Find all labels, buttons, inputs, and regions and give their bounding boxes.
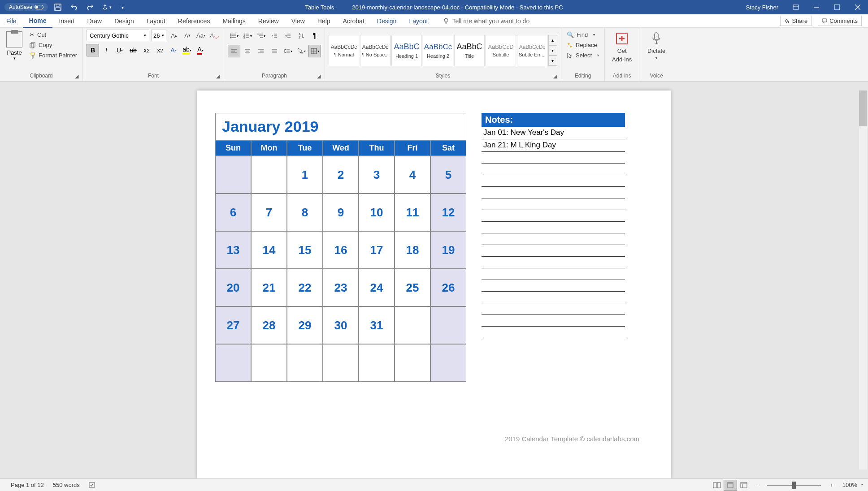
calendar-cell[interactable] — [215, 344, 251, 382]
day-header-sun[interactable]: Sun — [215, 140, 251, 156]
cut-button[interactable]: ✂Cut — [28, 30, 79, 39]
tab-references[interactable]: References — [172, 14, 217, 28]
text-effects-button[interactable]: A▾ — [167, 44, 180, 56]
calendar-cell[interactable] — [287, 344, 323, 382]
calendar-cell[interactable] — [251, 156, 287, 194]
style-title[interactable]: AaBbCTitle — [454, 35, 485, 66]
strikethrough-button[interactable]: ab — [127, 44, 139, 56]
tell-me-search[interactable]: Tell me what you want to do — [443, 17, 780, 25]
calendar-cell[interactable]: 3 — [359, 156, 395, 194]
dictate-button[interactable]: Dictate ▾ — [643, 30, 670, 71]
calendar-cell[interactable]: 1 — [287, 156, 323, 194]
notes-blank-line[interactable] — [482, 152, 625, 164]
tab-layout[interactable]: Layout — [140, 14, 172, 28]
tab-table-design[interactable]: Design — [371, 14, 403, 28]
spell-check-icon[interactable] — [84, 482, 100, 489]
calendar-cell[interactable]: 9 — [323, 194, 359, 231]
calendar-cell[interactable]: 22 — [287, 269, 323, 306]
page-status[interactable]: Page 1 of 12 — [6, 482, 48, 488]
change-case-button[interactable]: Aa▾ — [195, 30, 207, 41]
italic-button[interactable]: I — [100, 44, 113, 56]
notes-blank-line[interactable] — [482, 257, 625, 268]
page[interactable]: January 2019 SunMonTueWedThuFriSat 12345… — [197, 90, 671, 478]
line-spacing-button[interactable]: ▾ — [282, 45, 294, 57]
shading-button[interactable]: ▾ — [295, 45, 308, 57]
tab-view[interactable]: View — [285, 14, 311, 28]
decrease-indent-button[interactable] — [268, 30, 281, 42]
save-icon[interactable] — [52, 1, 64, 13]
show-marks-button[interactable]: ¶ — [308, 30, 321, 42]
calendar-cell[interactable]: 31 — [359, 306, 395, 344]
paste-button[interactable]: Paste ▾ — [4, 30, 25, 71]
format-painter-button[interactable]: Format Painter — [28, 51, 79, 60]
tab-review[interactable]: Review — [252, 14, 285, 28]
calendar-cell[interactable] — [359, 344, 395, 382]
bullets-button[interactable]: ▾ — [228, 30, 240, 42]
calendar-cell[interactable]: 13 — [215, 231, 251, 269]
calendar-cell[interactable] — [430, 344, 466, 382]
notes-blank-line[interactable] — [482, 315, 625, 327]
notes-panel[interactable]: Notes: Jan 01: New Year's DayJan 21: M L… — [482, 113, 625, 382]
day-header-tue[interactable]: Tue — [287, 140, 323, 156]
calendar-cell[interactable]: 24 — [359, 269, 395, 306]
style-subtitle[interactable]: AaBbCcDSubtitle — [486, 35, 516, 66]
font-name-combo[interactable]: Century Gothic▾ — [87, 30, 149, 41]
calendar-cell[interactable]: 12 — [430, 194, 466, 231]
read-mode-button[interactable] — [710, 480, 724, 491]
font-size-combo[interactable]: 26▾ — [151, 30, 166, 41]
calendar-cell[interactable]: 16 — [323, 231, 359, 269]
notes-entry[interactable]: Jan 21: M L King Day — [482, 139, 625, 152]
paragraph-dialog-launcher[interactable]: ◢ — [317, 73, 323, 80]
align-left-button[interactable] — [228, 45, 240, 57]
share-button[interactable]: Share — [780, 16, 812, 26]
calendar-cell[interactable]: 15 — [287, 231, 323, 269]
styles-dialog-launcher[interactable]: ◢ — [553, 73, 560, 80]
ribbon-display-icon[interactable] — [786, 0, 806, 14]
style-heading-2[interactable]: AaBbCcHeading 2 — [423, 35, 453, 66]
font-dialog-launcher[interactable]: ◢ — [216, 73, 222, 80]
collapse-ribbon-icon[interactable]: ⌃ — [860, 483, 864, 489]
multilevel-list-button[interactable]: ▾ — [255, 30, 267, 42]
calendar-cell[interactable] — [395, 344, 430, 382]
font-color-button[interactable]: A▾ — [194, 44, 207, 56]
calendar-cell[interactable]: 5 — [430, 156, 466, 194]
calendar-cell[interactable]: 14 — [251, 231, 287, 269]
notes-blank-line[interactable] — [482, 222, 625, 233]
calendar-cell[interactable]: 26 — [430, 269, 466, 306]
notes-blank-line[interactable] — [482, 245, 625, 257]
tab-table-layout[interactable]: Layout — [403, 14, 434, 28]
clear-formatting-button[interactable]: A◡ — [208, 30, 220, 41]
day-header-thu[interactable]: Thu — [359, 140, 395, 156]
print-layout-button[interactable] — [724, 480, 737, 491]
notes-header[interactable]: Notes: — [482, 113, 625, 127]
underline-button[interactable]: U▾ — [113, 44, 126, 56]
day-header-fri[interactable]: Fri — [395, 140, 430, 156]
styles-up-icon[interactable]: ▴ — [548, 35, 557, 45]
justify-button[interactable] — [268, 45, 281, 57]
notes-blank-line[interactable] — [482, 233, 625, 245]
zoom-in-button[interactable]: + — [825, 482, 838, 488]
styles-down-icon[interactable]: ▾ — [548, 45, 557, 56]
notes-blank-line[interactable] — [482, 268, 625, 280]
align-right-button[interactable] — [255, 45, 267, 57]
calendar-cell[interactable]: 11 — [395, 194, 430, 231]
tab-help[interactable]: Help — [311, 14, 337, 28]
numbering-button[interactable]: 123▾ — [241, 30, 254, 42]
notes-blank-line[interactable] — [482, 280, 625, 292]
grow-font-button[interactable]: A▴ — [168, 30, 180, 41]
calendar-cell[interactable]: 28 — [251, 306, 287, 344]
select-button[interactable]: Select▾ — [565, 51, 601, 60]
notes-blank-line[interactable] — [482, 327, 625, 338]
zoom-slider[interactable] — [767, 481, 821, 490]
calendar-cell[interactable] — [430, 306, 466, 344]
style---no-spac---[interactable]: AaBbCcDc¶ No Spac... — [360, 35, 391, 66]
bold-button[interactable]: B — [87, 44, 99, 56]
replace-button[interactable]: Replace — [565, 41, 601, 49]
copy-button[interactable]: Copy — [28, 41, 79, 49]
calendar-cell[interactable]: 25 — [395, 269, 430, 306]
calendar-cell[interactable]: 30 — [323, 306, 359, 344]
calendar-cell[interactable] — [215, 156, 251, 194]
highlight-button[interactable]: ab▾ — [181, 44, 193, 56]
notes-blank-line[interactable] — [482, 303, 625, 315]
word-count[interactable]: 550 words — [48, 482, 84, 488]
